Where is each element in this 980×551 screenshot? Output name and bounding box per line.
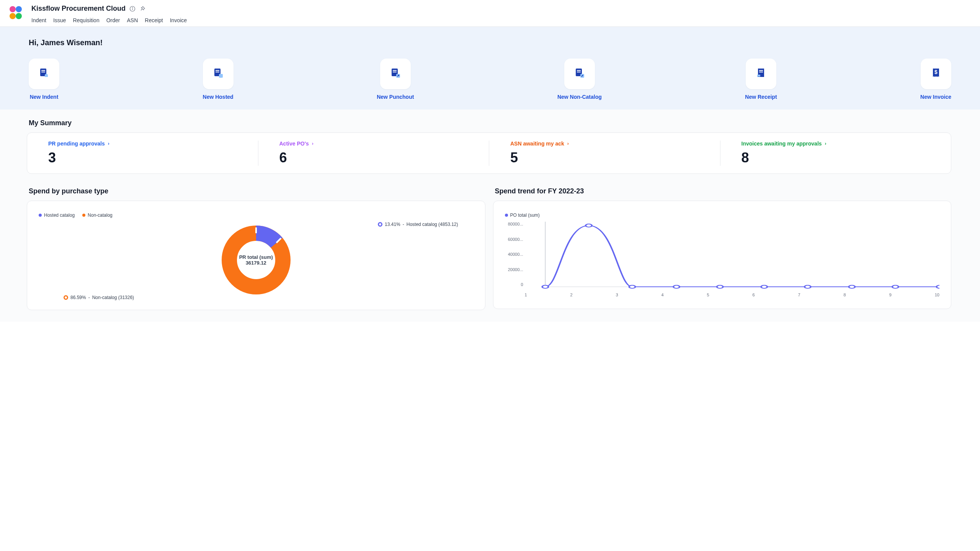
document-home-icon [38, 67, 50, 81]
app-header: Kissflow Procurement Cloud Indent Issue … [0, 0, 980, 27]
chevron-right-icon: › [312, 141, 314, 146]
donut-legend: Hosted catalog Non-catalog [39, 213, 474, 218]
qa-label: New Receipt [745, 94, 777, 100]
summary-active-po: Active PO's › 6 [258, 141, 490, 166]
line-chart: 80000... 60000... 40000... 20000... 0 [505, 222, 940, 297]
svg-rect-12 [216, 72, 219, 72]
spend-type-title: Spend by purchase type [29, 187, 485, 195]
svg-point-32 [585, 224, 591, 227]
chevron-right-icon: › [825, 141, 826, 146]
tab-issue[interactable]: Issue [53, 14, 66, 26]
legend-dot-icon [82, 214, 85, 217]
svg-point-31 [542, 285, 548, 288]
qa-label: New Hosted [203, 94, 234, 100]
legend-item: PO total (sum) [505, 213, 540, 218]
svg-point-33 [629, 285, 635, 288]
spend-trend-title: Spend trend for FY 2022-23 [495, 187, 952, 195]
svg-rect-15 [393, 70, 397, 71]
app-title: Kissflow Procurement Cloud [31, 5, 126, 13]
summary-asn-ack: ASN awaiting my ack › 5 [489, 141, 720, 166]
chevron-right-icon: › [567, 141, 569, 146]
svg-point-2 [10, 13, 16, 19]
legend-dot-icon [39, 214, 42, 217]
document-copy-icon [212, 67, 224, 81]
document-edit-icon [573, 67, 586, 81]
donut-chart: 13.41% - Hosted catalog (4853.12) PR tot… [39, 222, 474, 298]
y-axis-labels: 80000... 60000... 40000... 20000... 0 [505, 222, 523, 287]
svg-point-3 [16, 13, 22, 19]
ring-icon [378, 222, 382, 227]
summary-value: 3 [48, 150, 237, 166]
svg-rect-24 [759, 72, 763, 72]
summary-value: 5 [510, 150, 699, 166]
legend-dot-icon [505, 214, 508, 217]
content-area: My Summary PR pending approvals › 3 Acti… [0, 110, 980, 322]
donut-top-label: 13.41% - Hosted catalog (4853.12) [378, 222, 458, 227]
spend-type-col: Spend by purchase type Hosted catalog No… [27, 187, 485, 310]
svg-point-34 [673, 285, 679, 288]
quick-actions-row: New Indent New Hosted New Punchout New N… [29, 59, 951, 100]
ring-icon [64, 295, 68, 300]
svg-point-37 [804, 285, 810, 288]
x-axis-labels: 1 2 3 4 5 6 7 8 9 10 [505, 293, 940, 297]
qa-new-receipt[interactable]: New Receipt [745, 59, 777, 100]
qa-new-punchout[interactable]: New Punchout [377, 59, 414, 100]
svg-point-0 [10, 6, 16, 12]
svg-point-36 [761, 285, 767, 288]
line-legend: PO total (sum) [505, 213, 940, 218]
summary-label-link[interactable]: Active PO's › [279, 141, 468, 147]
svg-rect-20 [577, 72, 581, 72]
hero-section: Hi, James Wiseman! New Indent New Hosted… [0, 27, 980, 110]
qa-new-non-catalog[interactable]: New Non-Catalog [557, 59, 602, 100]
tab-invoice[interactable]: Invoice [170, 14, 187, 26]
tab-asn[interactable]: ASN [127, 14, 138, 26]
summary-value: 6 [279, 150, 468, 166]
spend-trend-col: Spend trend for FY 2022-23 PO total (sum… [493, 187, 952, 310]
receipt-icon [755, 67, 767, 81]
tab-requisition[interactable]: Requisition [73, 14, 99, 26]
info-icon[interactable] [129, 6, 136, 12]
summary-invoices-approval: Invoices awaiting my approvals › 8 [720, 141, 951, 166]
svg-rect-23 [759, 70, 763, 71]
pin-icon[interactable] [139, 6, 145, 12]
qa-label: New Punchout [377, 94, 414, 100]
svg-rect-16 [393, 72, 397, 72]
svg-point-39 [892, 285, 898, 288]
legend-item: Non-catalog [82, 213, 113, 218]
svg-rect-11 [216, 70, 219, 71]
qa-label: New Indent [30, 94, 59, 100]
qa-label: New Invoice [920, 94, 951, 100]
summary-label-link[interactable]: PR pending approvals › [48, 141, 237, 147]
qa-new-invoice[interactable]: $ New Invoice [920, 59, 951, 100]
svg-rect-19 [577, 70, 581, 71]
svg-point-35 [717, 285, 723, 288]
summary-value: 8 [742, 150, 930, 166]
qa-new-indent[interactable]: New Indent [29, 59, 59, 100]
chevron-right-icon: › [108, 141, 109, 146]
donut-bottom-label: 86.59% - Non-catalog (31326) [64, 295, 134, 300]
nav-tabs: Indent Issue Requisition Order ASN Recei… [31, 14, 187, 26]
svg-rect-8 [41, 70, 45, 71]
summary-label-link[interactable]: Invoices awaiting my approvals › [742, 141, 930, 147]
kissflow-logo [8, 5, 24, 21]
my-summary-title: My Summary [29, 119, 951, 127]
tab-receipt[interactable]: Receipt [145, 14, 163, 26]
legend-item: Hosted catalog [39, 213, 75, 218]
document-export-icon [389, 67, 402, 81]
svg-rect-13 [219, 74, 223, 78]
svg-point-40 [936, 285, 939, 288]
qa-new-hosted[interactable]: New Hosted [203, 59, 234, 100]
svg-point-38 [849, 285, 855, 288]
summary-card: PR pending approvals › 3 Active PO's › 6… [27, 132, 951, 174]
charts-row: Spend by purchase type Hosted catalog No… [27, 187, 951, 310]
spend-type-card: Hosted catalog Non-catalog 13.41% - Host… [27, 201, 485, 310]
donut-center-label: PR total (sum) 36179.12 [239, 254, 273, 266]
spend-trend-card: PO total (sum) 80000... 60000... 40000..… [493, 201, 952, 309]
tab-indent[interactable]: Indent [31, 14, 46, 26]
svg-point-6 [132, 7, 133, 8]
svg-text:$: $ [934, 69, 938, 75]
summary-label-link[interactable]: ASN awaiting my ack › [510, 141, 699, 147]
tab-order[interactable]: Order [106, 14, 120, 26]
qa-label: New Non-Catalog [557, 94, 602, 100]
summary-pr-pending: PR pending approvals › 3 [27, 141, 258, 166]
